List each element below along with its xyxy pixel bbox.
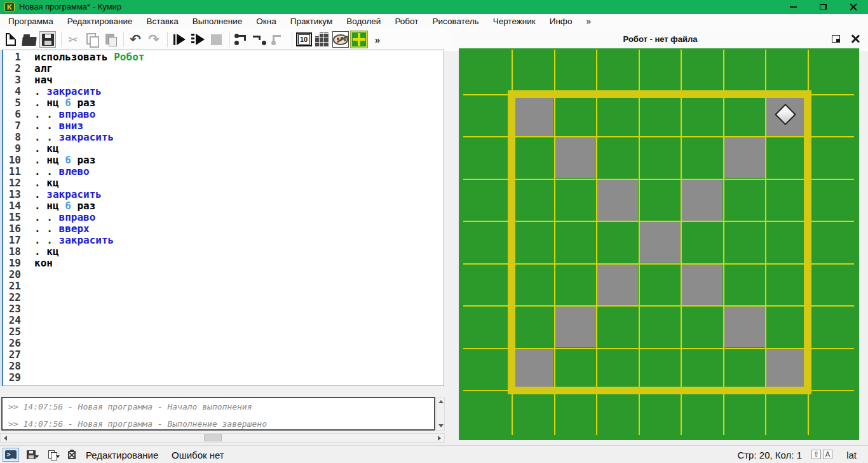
code-token: . .	[34, 120, 59, 132]
code-token: раз	[71, 154, 96, 166]
step-over-button[interactable]	[233, 31, 250, 48]
save-output-button[interactable]	[23, 448, 39, 462]
save-icon	[42, 34, 54, 46]
minimize-button[interactable]	[778, 0, 808, 14]
save-program-button[interactable]	[39, 31, 56, 48]
menu-item-11[interactable]: »	[579, 15, 598, 28]
paste-button[interactable]	[102, 31, 118, 48]
console-horizontal-scrollbar[interactable]	[0, 433, 445, 443]
undo-icon: ↶	[130, 33, 141, 46]
clear-output-button[interactable]	[64, 448, 80, 462]
step-out-button[interactable]	[270, 31, 287, 48]
painter-window-button[interactable]	[332, 31, 349, 48]
run-icon	[191, 34, 205, 45]
code-text: . закрасить	[34, 86, 102, 97]
undock-icon[interactable]	[832, 35, 840, 43]
show-field-window-button[interactable]	[314, 31, 330, 48]
panel-close-icon[interactable]	[851, 34, 859, 43]
code-text: . . закрасить	[34, 235, 114, 246]
code-token: . .	[34, 211, 59, 223]
show-values-window-button[interactable]: 10	[295, 31, 312, 48]
save-icon	[27, 450, 36, 459]
cut-button[interactable]: ✂	[65, 31, 81, 48]
redo-button[interactable]: ↷	[146, 31, 162, 48]
robot-panel-header[interactable]: Робот - нет файла	[452, 31, 868, 48]
menu-item-3[interactable]: Выполнение	[186, 15, 250, 28]
run-button[interactable]	[189, 31, 206, 48]
close-icon	[850, 3, 857, 11]
open-program-button[interactable]	[21, 31, 37, 48]
menu-item-7[interactable]: Робот	[388, 15, 425, 28]
robot-field	[459, 48, 859, 440]
scroll-right-button[interactable]	[435, 434, 444, 442]
restore-button[interactable]	[808, 0, 838, 14]
line-number: 27	[4, 349, 21, 361]
editor-lines: 1использовать Робот2алг3нач4. закрасить5…	[4, 52, 144, 384]
menu-item-2[interactable]: Вставка	[140, 15, 186, 28]
undo-button[interactable]: ↶	[127, 31, 144, 48]
copy-button[interactable]	[83, 31, 100, 48]
code-line: 20	[4, 269, 144, 280]
open-folder-icon	[22, 37, 36, 46]
console-vertical-scrollbar[interactable]	[437, 397, 445, 431]
copy-output-button[interactable]	[44, 448, 60, 462]
code-token: кон	[34, 257, 53, 269]
console-toggle-button[interactable]: >_	[3, 448, 19, 462]
stop-button[interactable]	[208, 31, 224, 48]
toolbar-overflow-button[interactable]: »	[369, 31, 386, 48]
line-number: 29	[4, 372, 21, 384]
code-line: 21	[4, 280, 144, 292]
menu-item-0[interactable]: Программа	[1, 15, 60, 28]
scroll-down-button[interactable]	[437, 422, 444, 430]
code-line: 22	[4, 292, 144, 303]
statusbar: >_ Редактирование Ошибок нет Стр: 20, Ко…	[0, 445, 868, 463]
titlebar: K Новая программа* - Кумир	[0, 0, 868, 14]
menu-item-8[interactable]: Рисователь	[425, 15, 485, 28]
code-token: раз	[71, 200, 96, 212]
painter-palette-icon	[333, 34, 348, 45]
run-blind-icon	[173, 34, 186, 45]
menu-item-6[interactable]: Водолей	[339, 15, 388, 28]
code-line: 23	[4, 303, 144, 315]
code-editor[interactable]: 1использовать Робот2алг3нач4. закрасить5…	[0, 50, 444, 386]
step-into-button[interactable]	[252, 31, 268, 48]
code-line: 4. закрасить	[4, 86, 144, 97]
menu-item-1[interactable]: Редактирование	[60, 15, 140, 28]
scroll-left-button[interactable]	[1, 434, 10, 442]
code-line: 10. нц 6 раз	[4, 155, 144, 166]
scroll-up-button[interactable]	[437, 397, 444, 406]
menu-item-10[interactable]: Инфо	[543, 15, 580, 28]
code-token: . .	[34, 108, 59, 120]
menu-item-5[interactable]: Практикум	[283, 15, 339, 28]
scrollbar-thumb[interactable]	[204, 434, 222, 441]
code-line: 6. . вправо	[4, 109, 144, 120]
window-controls	[778, 0, 868, 14]
new-program-button[interactable]	[3, 31, 19, 48]
code-line: 16. . вверх	[4, 223, 144, 235]
code-token: раз	[71, 97, 96, 109]
terminal-icon: >_	[5, 450, 16, 459]
dropdown-icon	[35, 455, 39, 460]
code-token: закрасить	[46, 85, 102, 97]
code-line: 25	[4, 326, 144, 338]
code-token: . .	[34, 165, 59, 177]
dropdown-icon	[56, 455, 60, 460]
code-text: использовать Робот	[34, 52, 144, 63]
code-line: 8. . закрасить	[4, 132, 144, 143]
code-line: 14. нц 6 раз	[4, 200, 144, 212]
close-button[interactable]	[838, 0, 868, 14]
robot-window-button[interactable]	[351, 31, 367, 48]
code-token: . .	[34, 131, 59, 143]
app-icon: K	[4, 2, 15, 12]
run-blind-button[interactable]	[171, 31, 187, 48]
code-text: . закрасить	[34, 189, 102, 200]
menu-item-4[interactable]: Окна	[249, 15, 283, 28]
arrow-up-icon	[438, 397, 444, 403]
menu-item-9[interactable]: Чертежник	[486, 15, 543, 28]
code-token: .	[34, 142, 46, 155]
line-number: 9	[4, 143, 21, 155]
line-number: 2	[4, 63, 21, 74]
code-line: 9. кц	[4, 143, 144, 155]
code-line: 11. . влево	[4, 166, 144, 177]
code-line: 27	[4, 349, 144, 361]
